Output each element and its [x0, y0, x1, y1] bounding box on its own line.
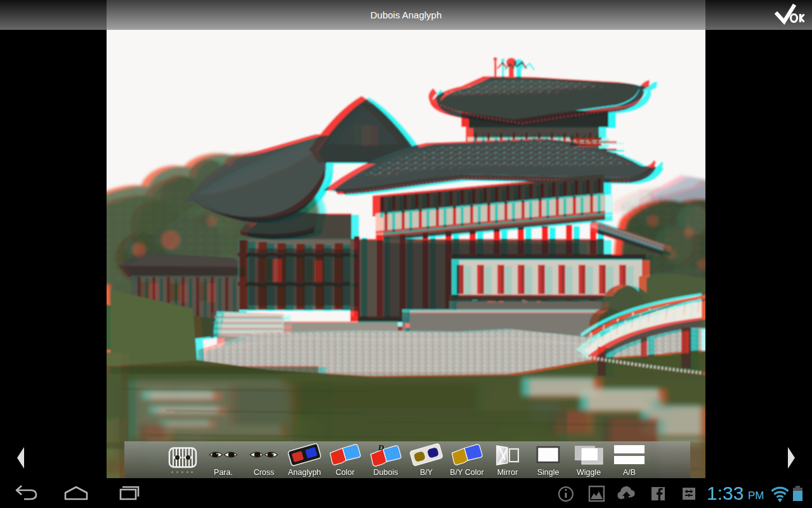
svg-text:D: D [377, 443, 384, 452]
